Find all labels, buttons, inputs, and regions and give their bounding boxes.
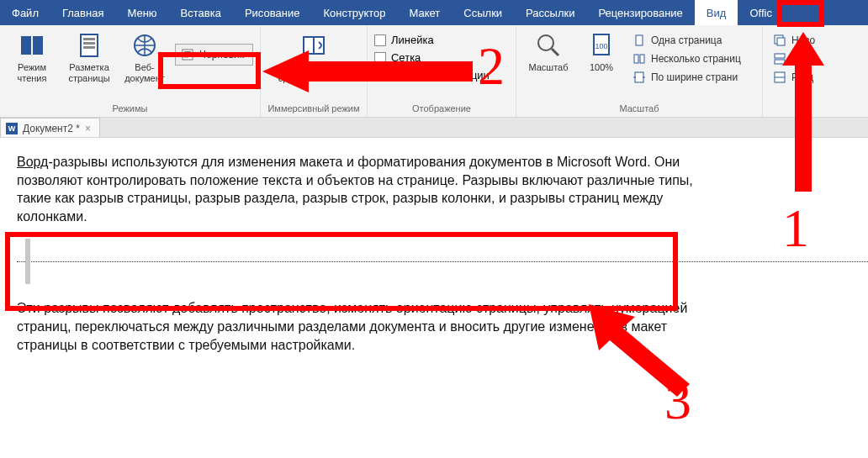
zoom-100-button[interactable]: 100 100% <box>580 29 622 73</box>
close-tab-icon[interactable]: × <box>85 123 91 134</box>
reading-mode-button[interactable]: Режим чтения <box>7 29 57 84</box>
menu-design[interactable]: Конструктор <box>311 0 397 25</box>
svg-line-13 <box>552 49 558 55</box>
ribbon-group-window: Ново Упор Разд <box>763 25 827 117</box>
para1-rest: -разрывы используются для изменения маке… <box>17 155 693 224</box>
svg-point-12 <box>538 35 553 50</box>
zoom-100-label: 100% <box>590 62 613 73</box>
svg-rect-22 <box>775 54 785 58</box>
nav-pane-checkbox[interactable]: Область навигации <box>374 67 509 83</box>
page-layout-icon <box>76 32 103 59</box>
svg-rect-18 <box>640 55 644 63</box>
svg-rect-1 <box>33 36 43 55</box>
split-label: Разд <box>791 71 813 83</box>
svg-rect-16 <box>636 35 643 45</box>
paragraph-2[interactable]: Эти разрывы позволяют добавлять простран… <box>17 299 715 354</box>
ribbon-group-show: Линейка Сетка Область навигации Отображе… <box>368 25 516 117</box>
arrange-all-button[interactable]: Упор <box>770 50 820 67</box>
gridlines-checkbox[interactable]: Сетка <box>374 50 509 66</box>
page-width-label: По ширине страни <box>651 71 738 83</box>
page-layout-button[interactable]: Разметка страницы <box>64 29 114 84</box>
page-layout-label: Разметка страницы <box>64 62 114 84</box>
menu-insert[interactable]: Вставка <box>169 0 233 25</box>
immersive-group-label: Иммерсивный режим <box>267 102 360 117</box>
svg-rect-5 <box>83 46 95 49</box>
menu-draw[interactable]: Рисование <box>233 0 311 25</box>
svg-rect-17 <box>634 55 638 63</box>
svg-rect-3 <box>83 38 95 40</box>
one-page-icon <box>632 34 646 47</box>
para1-underlined: Ворд <box>17 155 48 169</box>
page-100-icon: 100 <box>588 32 615 59</box>
document-area[interactable]: Ворд-разрывы используются для изменения … <box>0 138 868 369</box>
checkbox-icon <box>374 34 386 46</box>
one-page-button[interactable]: Одна страница <box>629 32 755 49</box>
annotation-number-3: 3 <box>664 370 691 432</box>
svg-rect-21 <box>777 38 785 45</box>
reading-mode-label: Режим чтения <box>7 62 57 84</box>
svg-rect-23 <box>775 60 785 64</box>
menu-office[interactable]: Offic <box>738 0 784 25</box>
draft-icon <box>181 48 194 61</box>
web-layout-label: Веб-документ <box>121 62 168 84</box>
new-window-button[interactable]: Ново <box>770 32 820 49</box>
gridlines-label: Сетка <box>391 51 421 64</box>
modes-group-label: Режимы <box>7 102 253 117</box>
menu-view[interactable]: Вид <box>695 0 738 25</box>
svg-rect-9 <box>184 54 191 55</box>
immersive-reader-button[interactable]: Иммерсивное средство чтения <box>267 29 360 84</box>
menu-mailings[interactable]: Рассылки <box>514 0 586 25</box>
split-icon <box>773 71 786 84</box>
immersive-reader-label: Иммерсивное средство чтения <box>267 62 360 84</box>
menu-file[interactable]: Файл <box>0 0 50 25</box>
menu-review[interactable]: Рецензирование <box>586 0 694 25</box>
word-icon: W <box>6 123 18 134</box>
split-button[interactable]: Разд <box>770 69 820 86</box>
ruler-label: Линейка <box>391 34 434 46</box>
svg-rect-0 <box>21 36 31 55</box>
one-page-label: Одна страница <box>651 34 722 46</box>
draft-view-label: Черновик <box>199 49 244 61</box>
zoom-button[interactable]: Масштаб <box>523 29 574 73</box>
page-width-icon <box>632 71 646 84</box>
web-layout-button[interactable]: Веб-документ <box>121 29 168 84</box>
svg-rect-19 <box>635 72 643 82</box>
multi-page-button[interactable]: Несколько страниц <box>629 50 755 67</box>
new-window-icon <box>773 34 786 47</box>
checkbox-icon <box>374 52 386 64</box>
page-width-button[interactable]: По ширине страни <box>629 69 755 86</box>
menu-home[interactable]: Главная <box>50 0 115 25</box>
menu-bar: Файл Главная Меню Вставка Рисование Конс… <box>0 0 868 25</box>
paragraph-1[interactable]: Ворд-разрывы используются для изменения … <box>17 153 715 225</box>
svg-rect-10 <box>184 56 188 58</box>
magnifier-icon <box>535 32 562 59</box>
document-tab-title: Документ2 * <box>23 123 80 134</box>
new-window-label: Ново <box>791 34 815 46</box>
checkbox-icon <box>374 70 386 82</box>
ribbon-group-zoom: Масштаб 100 100% Одна страница Несколько… <box>516 25 763 117</box>
menu-menu[interactable]: Меню <box>115 0 168 25</box>
immersive-reader-icon <box>300 32 327 59</box>
svg-text:100: 100 <box>595 42 607 50</box>
svg-rect-2 <box>81 34 98 56</box>
draft-view-button[interactable]: Черновик <box>175 44 253 66</box>
text-cursor <box>25 239 30 284</box>
globe-icon <box>131 32 158 59</box>
multi-page-icon <box>632 52 646 66</box>
window-group-label <box>770 102 820 117</box>
document-tab[interactable]: W Документ2 * × <box>0 118 100 137</box>
svg-rect-8 <box>184 51 191 53</box>
document-tab-bar: W Документ2 * × <box>0 118 868 138</box>
nav-pane-label: Область навигации <box>391 69 490 82</box>
svg-rect-4 <box>83 42 95 45</box>
ruler-checkbox[interactable]: Линейка <box>374 32 509 48</box>
arrange-all-label: Упор <box>791 53 814 65</box>
arrange-icon <box>773 52 786 66</box>
ribbon: Режим чтения Разметка страницы Веб-докум… <box>0 25 868 118</box>
zoom-group-label: Масштаб <box>523 102 755 117</box>
zoom-label: Масштаб <box>528 62 568 73</box>
menu-references[interactable]: Ссылки <box>452 0 514 25</box>
multi-page-label: Несколько страниц <box>651 53 741 65</box>
menu-layout[interactable]: Макет <box>398 0 453 25</box>
book-icon <box>19 32 45 59</box>
